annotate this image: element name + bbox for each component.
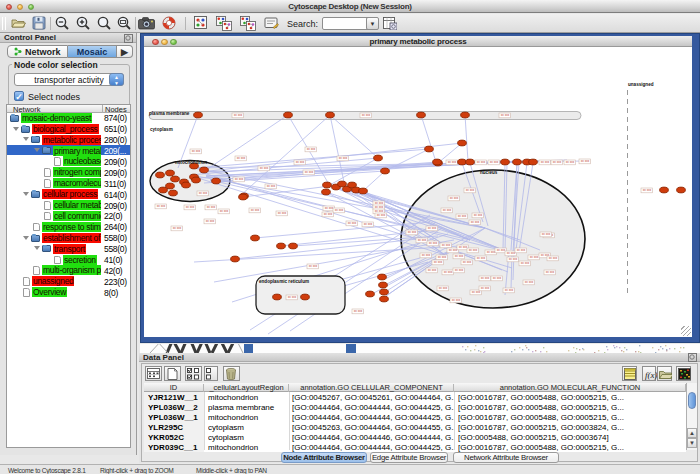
svg-text:xx xxx: xx xxx (459, 245, 468, 249)
svg-text:xx xxx: xx xxx (364, 222, 373, 226)
svg-text:plasma membrane: plasma membrane (149, 111, 190, 116)
svg-text:xx xxx: xx xxx (553, 160, 562, 164)
svg-text:xx xxx: xx xxx (354, 309, 363, 313)
svg-text:xx xxx: xx xxx (542, 232, 551, 236)
svg-text:xx xxx: xx xxx (466, 188, 475, 192)
svg-text:xx xxx: xx xxx (487, 250, 496, 254)
svg-text:xx xxx: xx xxx (643, 188, 652, 192)
svg-text:endoplasmic reticulum: endoplasmic reticulum (259, 279, 309, 284)
svg-text:xx xxx: xx xxx (251, 208, 260, 212)
svg-text:cytoplasm: cytoplasm (150, 127, 173, 132)
svg-text:xx xxx: xx xxx (481, 276, 490, 280)
svg-text:xx xxx: xx xxx (477, 160, 486, 164)
svg-text:nucleus: nucleus (480, 170, 498, 175)
svg-text:xx xxx: xx xxx (541, 160, 550, 164)
svg-text:xx xxx: xx xxx (377, 213, 386, 217)
svg-text:xx xxx: xx xxx (335, 208, 344, 212)
svg-text:xx xxx: xx xxx (235, 177, 244, 181)
svg-text:xx xxx: xx xxx (260, 166, 269, 170)
svg-text:xx xxx: xx xxx (438, 255, 447, 259)
svg-text:xx xxx: xx xxx (521, 261, 530, 265)
svg-text:xx xxx: xx xxx (309, 264, 318, 268)
svg-text:xx xxx: xx xxx (305, 170, 314, 174)
svg-text:xx xxx: xx xxx (234, 113, 243, 117)
svg-text:xx xxx: xx xxx (422, 253, 431, 257)
svg-text:xx xxx: xx xxx (507, 251, 516, 255)
svg-text:xx xxx: xx xxx (481, 286, 490, 290)
svg-text:xx xxx: xx xxx (505, 288, 514, 292)
svg-text:xx xxx: xx xxx (493, 276, 502, 280)
svg-text:xx xxx: xx xxx (418, 238, 427, 242)
svg-text:xx xxx: xx xxx (157, 204, 166, 208)
svg-text:xx xxx: xx xxx (517, 248, 526, 252)
svg-text:xx xxx: xx xxx (339, 156, 348, 160)
svg-text:f(x): f(x) (645, 369, 657, 379)
svg-text:mitochondrion: mitochondrion (175, 160, 207, 165)
svg-text:xx xxx: xx xxx (477, 256, 486, 260)
svg-text:xx xxx: xx xxx (348, 221, 357, 225)
svg-text:xx xxx: xx xxx (458, 214, 467, 218)
svg-text:xx xxx: xx xxx (428, 268, 437, 272)
svg-text:xx xxx: xx xxx (566, 160, 575, 164)
svg-text:xx xxx: xx xxx (581, 159, 590, 163)
svg-text:xx xxx: xx xxx (206, 219, 215, 223)
svg-text:xx xxx: xx xxx (501, 113, 510, 117)
svg-text:xx xxx: xx xxx (173, 226, 182, 230)
svg-text:xx xxx: xx xxx (525, 280, 534, 284)
svg-text:xx xxx: xx xxx (530, 255, 539, 259)
svg-text:xx xxx: xx xxx (452, 298, 461, 302)
svg-text:xx xxx: xx xxx (443, 208, 452, 212)
svg-text:xx xxx: xx xxx (497, 248, 506, 252)
svg-text:unassigned: unassigned (628, 82, 654, 87)
svg-text:xx xxx: xx xxx (444, 270, 453, 274)
svg-text:xx xxx: xx xxx (288, 295, 297, 299)
svg-text:xx xxx: xx xxx (490, 160, 499, 164)
svg-text:xx xxx: xx xxx (450, 196, 459, 200)
svg-text:xx xxx: xx xxx (546, 270, 555, 274)
svg-text:xx xxx: xx xxx (434, 260, 443, 264)
svg-text:xx xxx: xx xxx (474, 213, 483, 217)
svg-text:xx xxx: xx xxx (237, 156, 246, 160)
svg-text:xx xxx: xx xxx (408, 230, 417, 234)
svg-text:xx xxx: xx xxx (449, 248, 458, 252)
svg-text:xx xxx: xx xxx (325, 206, 334, 210)
svg-text:xx xxx: xx xxx (442, 243, 451, 247)
svg-text:xx xxx: xx xxx (439, 286, 448, 290)
svg-text:xx xxx: xx xxx (455, 268, 464, 272)
svg-text:xx xxx: xx xxx (448, 160, 457, 164)
svg-text:xx xxx: xx xxx (199, 191, 208, 195)
svg-text:xx xxx: xx xxx (207, 205, 216, 209)
svg-text:xx xxx: xx xxx (471, 220, 480, 224)
svg-text:xx xxx: xx xxx (307, 147, 316, 151)
svg-text:xx xxx: xx xxx (428, 226, 437, 230)
svg-text:xx xxx: xx xxx (469, 248, 478, 252)
svg-text:xx xxx: xx xxx (324, 212, 333, 216)
svg-text:xx xxx: xx xxx (362, 113, 371, 117)
svg-text:xx xxx: xx xxx (186, 205, 195, 209)
svg-text:xx xxx: xx xxx (296, 160, 305, 164)
svg-text:xx xxx: xx xxx (455, 254, 464, 258)
svg-text:xx xxx: xx xxx (192, 149, 201, 153)
svg-text:xx xxx: xx xxx (267, 184, 276, 188)
svg-text:xx xxx: xx xxx (549, 256, 558, 260)
svg-text:xx xxx: xx xxx (429, 241, 438, 245)
svg-text:xx xxx: xx xxx (509, 257, 518, 261)
svg-text:xx xxx: xx xxx (278, 211, 287, 215)
svg-text:xx xxx: xx xxx (463, 260, 472, 264)
svg-text:xx xxx: xx xxx (220, 209, 229, 213)
